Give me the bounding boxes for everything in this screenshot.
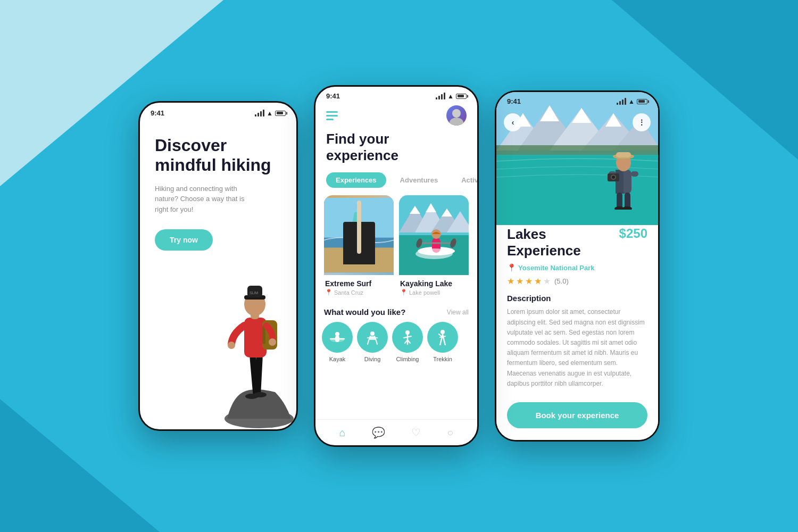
experience-location: 📍 Yosemite National Park — [507, 263, 647, 272]
nav-heart-icon[interactable]: ♡ — [411, 426, 421, 439]
description-text: Lorem ipsum dolor sit amet, consectetur … — [507, 307, 647, 394]
svg-point-72 — [612, 176, 615, 179]
tab-bar: Experiences Adventures Activities — [315, 172, 477, 195]
status-icons-1: ▲ — [255, 110, 286, 117]
status-icons-3: ▲ — [617, 98, 647, 105]
svg-rect-75 — [616, 152, 631, 157]
star-4: ★ — [534, 276, 542, 286]
experience-title: Lakes Experience — [507, 226, 581, 259]
tab-experiences[interactable]: Experiences — [326, 172, 386, 188]
svg-rect-69 — [631, 171, 638, 177]
svg-point-33 — [418, 247, 455, 255]
location-text: Yosemite National Park — [518, 264, 595, 272]
phones-container: 9:41 ▲ Discover mindful hiking Hiking an… — [138, 85, 660, 447]
battery-icon-2 — [456, 94, 467, 99]
svg-rect-34 — [432, 238, 440, 253]
svg-rect-63 — [616, 170, 624, 194]
time-2: 9:41 — [326, 92, 340, 100]
experience-price: $250 — [619, 226, 647, 241]
kayak-card-image — [399, 195, 469, 275]
card-kayaking-lake[interactable]: Kayaking Lake 📍 Lake powell — [399, 195, 469, 298]
tab-adventures[interactable]: Adventures — [390, 172, 448, 188]
star-5: ★ — [543, 276, 551, 286]
time-3: 9:41 — [507, 97, 521, 105]
surf-scene — [324, 195, 394, 275]
phone-3-hero-image: 9:41 ▲ — [496, 92, 658, 225]
battery-icon-1 — [275, 111, 286, 116]
wifi-icon-1: ▲ — [267, 110, 273, 117]
trekking-activity-icon[interactable] — [427, 322, 458, 353]
activity-diving[interactable]: Diving — [357, 322, 388, 362]
svg-point-40 — [335, 332, 339, 336]
more-options-button[interactable]: ⋮ — [633, 113, 651, 131]
activity-trekking[interactable]: Trekkin — [427, 322, 458, 362]
phone-2: 9:41 ▲ — [314, 85, 479, 447]
hiker-figure: SLIM — [211, 227, 294, 429]
view-all-link[interactable]: View all — [447, 309, 469, 316]
hiker-svg: SLIM — [211, 227, 294, 429]
section-header: What would you like? View all — [315, 305, 477, 322]
card-extreme-surf[interactable]: Extreme Surf 📍 Santa Cruz — [324, 195, 394, 298]
svg-point-21 — [351, 236, 360, 245]
activity-row: Kayak Diving Climbing — [315, 322, 477, 362]
photographer-figure — [602, 146, 645, 212]
climbing-label: Climbing — [396, 356, 419, 362]
kayak-location: 📍 Lake powell — [400, 289, 468, 296]
svg-point-15 — [452, 109, 461, 118]
svg-point-4 — [254, 392, 267, 397]
book-button[interactable]: Book your experience — [507, 402, 647, 428]
status-icons-2: ▲ — [436, 93, 467, 100]
back-button[interactable]: ‹ — [504, 113, 522, 131]
battery-icon-3 — [637, 99, 647, 104]
experience-header: Lakes Experience $250 — [507, 226, 647, 259]
bg-triangle-bottom-left — [0, 399, 160, 532]
surf-card-info: Extreme Surf 📍 Santa Cruz — [324, 275, 394, 298]
user-avatar[interactable] — [446, 105, 467, 126]
star-1: ★ — [507, 276, 514, 286]
phone-3: 9:41 ▲ — [495, 90, 660, 442]
star-2: ★ — [516, 276, 523, 286]
climbing-activity-icon[interactable] — [392, 322, 423, 353]
try-now-button[interactable]: Try now — [155, 229, 213, 251]
surf-card-image — [324, 195, 394, 275]
status-bar-2: 9:41 ▲ — [315, 87, 477, 103]
status-bar-1: 9:41 ▲ — [140, 103, 296, 120]
activity-climbing[interactable]: Climbing — [392, 322, 423, 362]
svg-point-8 — [228, 342, 235, 349]
diving-activity-icon[interactable] — [357, 322, 388, 353]
phone-1: 9:41 ▲ Discover mindful hiking Hiking an… — [138, 101, 298, 431]
surf-pin-icon: 📍 — [325, 289, 332, 296]
kayak-card-info: Kayaking Lake 📍 Lake powell — [399, 275, 469, 298]
surf-title: Extreme Surf — [325, 279, 393, 288]
svg-point-67 — [622, 206, 632, 210]
section-title: What would you like? — [324, 307, 405, 317]
signal-icon-3 — [617, 98, 626, 105]
rating-stars: ★ ★ ★ ★ ★ (5.0) — [507, 276, 647, 286]
wifi-icon-2: ▲ — [447, 93, 454, 100]
wifi-icon-3: ▲ — [628, 98, 635, 105]
star-3: ★ — [525, 276, 533, 286]
tab-activities[interactable]: Activities — [452, 172, 479, 188]
surf-location: 📍 Santa Cruz — [325, 289, 393, 296]
rating-value: (5.0) — [554, 277, 569, 285]
kayak-title: Kayaking Lake — [400, 279, 468, 288]
nav-chat-icon[interactable]: 💬 — [372, 426, 385, 439]
kayak-pin-icon: 📍 — [400, 289, 408, 296]
hamburger-menu-icon[interactable] — [326, 111, 338, 120]
svg-text:SLIM: SLIM — [250, 291, 259, 295]
phone-1-body: Discover mindful hiking Hiking and conne… — [140, 120, 296, 429]
signal-icon-1 — [255, 110, 264, 117]
phone-2-header — [315, 103, 477, 131]
status-bar-3: 9:41 ▲ — [496, 92, 658, 108]
kayak-scene — [399, 195, 469, 275]
phone-1-title: Discover mindful hiking — [155, 136, 281, 175]
nav-home-icon[interactable]: ⌂ — [339, 427, 346, 439]
svg-rect-19 — [324, 248, 394, 273]
cards-row: Extreme Surf 📍 Santa Cruz — [315, 195, 477, 305]
activity-kayak[interactable]: Kayak — [322, 322, 353, 362]
nav-search-icon[interactable]: ○ — [447, 427, 453, 439]
kayak-label: Kayak — [329, 356, 346, 362]
kayak-activity-icon[interactable] — [322, 322, 353, 353]
svg-point-9 — [269, 338, 276, 346]
phone-3-body: Lakes Experience $250 📍 Yosemite Nationa… — [496, 214, 658, 440]
